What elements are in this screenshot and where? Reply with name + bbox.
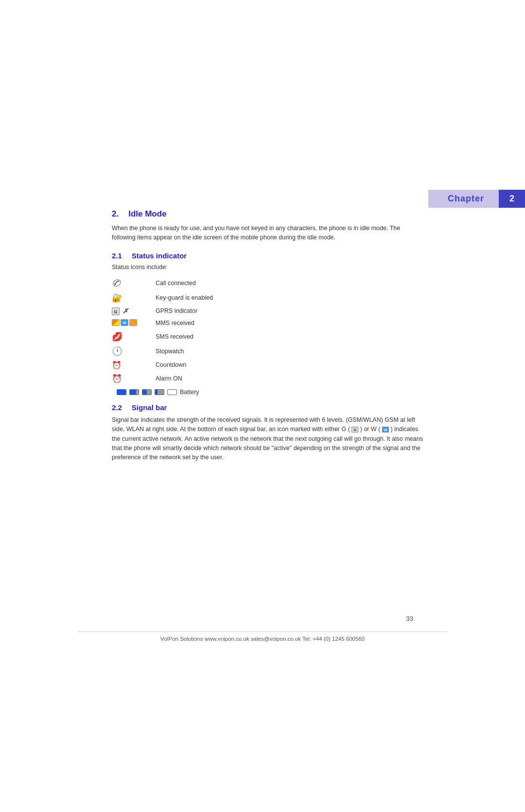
call-desc: Call connected [156, 275, 423, 291]
main-content: 2. Idle Mode When the phone is ready for… [112, 209, 423, 471]
section22-number: 2.2 [112, 403, 122, 412]
battery-row: Battery [112, 389, 423, 396]
status-icon-row: W MMS received [112, 317, 423, 329]
battery-icon-empty [167, 389, 177, 395]
section21-title: Status indicator [132, 252, 187, 260]
section2-body: When the phone is ready for use, and you… [112, 224, 423, 243]
stopwatch-icon: 🕐 [112, 346, 122, 356]
sms-icon: 💋 [112, 332, 122, 342]
page-number: 33 [406, 615, 413, 622]
alarm-icon: ⏰ [112, 374, 122, 383]
status-icon-row: ⏰ Countdown [112, 359, 423, 372]
status-icon-row: 💋 SMS received [112, 329, 423, 344]
alarm-desc: Alarm ON [156, 372, 423, 386]
status-icon-row: 🕐 Stopwatch [112, 344, 423, 359]
section2-title: Idle Mode [128, 209, 166, 219]
section22-heading-wrapper: 2.2 Signal bar Signal bar indicates the … [112, 403, 423, 463]
call-icon: ✆ [111, 276, 121, 289]
section2-heading: 2. Idle Mode [112, 209, 423, 219]
status-icon-row: 🔐 Key-guard is enabled [112, 291, 423, 305]
gprs-icon-cell: G ✗ [112, 305, 156, 317]
gprs-desc: GPRS indicator [156, 305, 423, 317]
mms-desc: MMS received [156, 317, 423, 329]
status-intro: Status icons include: [112, 264, 423, 271]
section21-number: 2.1 [112, 252, 122, 260]
status-icon-row: ⏰ Alarm ON [112, 372, 423, 386]
alarm-icon-cell: ⏰ [112, 372, 156, 386]
stopwatch-desc: Stopwatch [156, 344, 423, 359]
section22-body: Signal bar indicates the strength of the… [112, 415, 423, 463]
mms-icons: W [112, 319, 137, 326]
chapter-label: Chapter [428, 190, 499, 208]
sms-desc: SMS received [156, 329, 423, 344]
section22-heading: 2.2 Signal bar [112, 403, 423, 412]
section21-heading: 2.1 Status indicator [112, 252, 423, 260]
battery-icon-half [142, 389, 152, 395]
chapter-number: 2 [499, 190, 525, 208]
stopwatch-icon-cell: 🕐 [112, 344, 156, 359]
mms-icon-cell: W [112, 317, 156, 329]
status-icon-row: ✆ Call connected [112, 275, 423, 291]
keyguard-icon: 🔐 [112, 293, 122, 303]
countdown-icon: ⏰ [112, 361, 122, 369]
countdown-icon-cell: ⏰ [112, 359, 156, 372]
keyguard-icon-cell: 🔐 [112, 291, 156, 305]
sms-icon-cell: 💋 [112, 329, 156, 344]
section2-number: 2. [112, 209, 119, 219]
call-icon-cell: ✆ [112, 275, 156, 291]
countdown-desc: Countdown [156, 359, 423, 372]
keyguard-desc: Key-guard is enabled [156, 291, 423, 305]
gprs-icon: G ✗ [112, 308, 128, 315]
battery-icon-3q [129, 389, 139, 395]
battery-label: Battery [180, 389, 199, 396]
battery-icon-1q [155, 389, 164, 395]
footer: VoIPon Solutions www.voipon.co.uk sales@… [78, 632, 447, 642]
section22-title: Signal bar [132, 403, 167, 412]
status-icons-table: ✆ Call connected 🔐 Key-guard is enabled … [112, 275, 423, 386]
status-icon-row: G ✗ GPRS indicator [112, 305, 423, 317]
battery-icon-full [117, 389, 126, 395]
chapter-banner: Chapter 2 [428, 190, 525, 208]
page: Chapter 2 2. Idle Mode When the phone is… [0, 0, 525, 812]
